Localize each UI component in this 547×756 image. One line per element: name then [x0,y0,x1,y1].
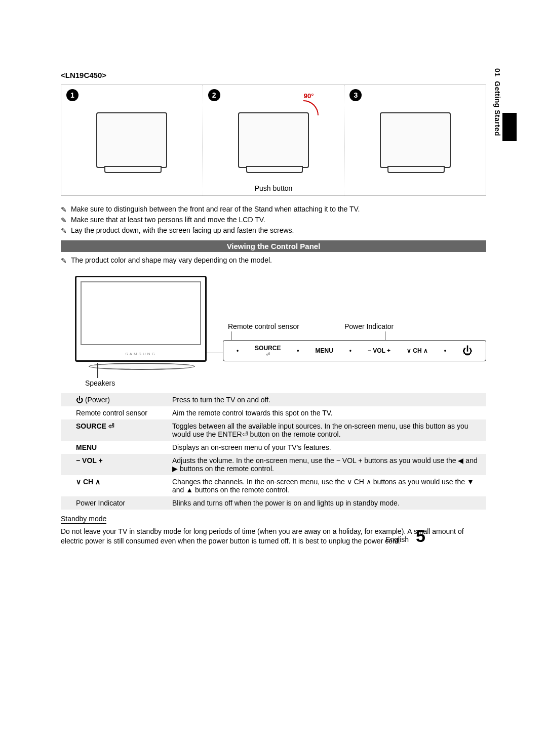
control-name: Remote control sensor [61,406,167,419]
assembly-diagram: 1 2 90° Push button 3 [61,85,486,196]
control-panel-diagram: SAMSUNG Speakers Remote control sensor P… [61,272,486,388]
table-row: MENU Displays an on-screen menu of your … [61,441,486,454]
page-number: 5 [416,526,425,546]
footer-language: English [385,535,409,543]
panel-dot-icon: • [297,347,299,354]
table-row: Remote control sensor Aim the remote con… [61,406,486,419]
control-desc: Aim the remote control towards this spot… [167,406,486,419]
table-row: ∨ CH ∧ Changes the channels. In the on-s… [61,475,486,496]
step-badge-3: 3 [349,89,362,101]
source-label: SOURCE [255,345,281,352]
tab-marker [502,113,517,141]
table-row: − VOL + Adjusts the volume. In the on-sc… [61,454,486,475]
brand-logo: SAMSUNG [76,352,205,356]
note-item: ✎ Make sure that at least two persons li… [61,216,486,224]
section-heading: Viewing the Control Panel [61,240,486,252]
assembly-step-1: 1 [61,85,203,195]
sensor-dot-icon: • [237,347,239,354]
tv-attached-sketch [380,112,451,168]
volume-button: − VOL + [368,347,390,354]
menu-button: MENU [315,347,333,354]
control-desc: Displays an on-screen menu of your TV's … [167,441,486,454]
chapter-tab: 01 Getting Started [488,68,517,321]
note-item: ✎ Lay the product down, with the screen … [61,226,486,235]
step-badge-1: 1 [66,89,79,101]
page-footer: English 5 [385,526,425,546]
tv-front-sketch: SAMSUNG [75,276,207,362]
control-descriptions-table: ⏻ (Power) Press to turn the TV on and of… [61,393,486,510]
table-row: Power Indicator Blinks and turns off whe… [61,496,486,510]
table-row: SOURCE ⏎ Toggles between all the availab… [61,419,486,441]
ninety-degree-label: 90° [304,92,314,100]
control-name: − VOL + [61,454,167,475]
step-badge-2: 2 [208,89,220,101]
assembly-step-3: 3 [344,85,486,195]
remote-sensor-callout: Remote control sensor [228,322,299,330]
panel-note: ✎ The product color and shape may vary d… [61,256,486,265]
control-name: MENU [61,441,167,454]
note-icon: ✎ [61,205,67,214]
control-name: SOURCE ⏎ [61,419,167,441]
chapter-title: Getting Started [493,81,501,136]
table-row: ⏻ (Power) Press to turn the TV on and of… [61,393,486,406]
power-icon: ⏻ [462,345,473,357]
note-text: Make sure to distinguish between the fro… [71,205,360,213]
assembly-notes: ✎ Make sure to distinguish between the f… [61,205,486,234]
leader-line [385,331,385,341]
control-name: Power Indicator [61,496,167,510]
control-desc: Changes the channels. In the on-screen m… [167,475,486,496]
channel-button: ∨ CH ∧ [407,347,428,354]
tv-rear-sketch [96,112,167,168]
leader-line [231,331,231,341]
source-button: SOURCE ⏎ [255,345,281,357]
enter-icon: ⏎ [255,352,281,357]
control-desc: Blinks and turns off when the power is o… [167,496,486,510]
speakers-callout: Speakers [85,379,115,387]
note-text: Lay the product down, with the screen fa… [71,226,294,234]
assembly-step-2: 2 90° Push button [203,85,345,195]
control-desc: Press to turn the TV on and off. [167,393,486,406]
manual-page: 01 Getting Started <LN19C450> 1 2 90° Pu… [0,0,547,576]
control-panel-strip: • SOURCE ⏎ • MENU • − VOL + ∨ CH ∧ • ⏻ [223,340,486,361]
note-icon: ✎ [61,216,67,225]
control-desc: Adjusts the volume. In the on-screen men… [167,454,486,475]
panel-dot-icon: • [349,347,351,354]
tv-rotate-sketch [238,112,309,168]
leader-line [97,363,98,378]
note-icon: ✎ [61,227,67,235]
note-icon: ✎ [61,257,67,265]
note-text: Make sure that at least two persons lift… [71,216,265,224]
leader-line [207,353,223,353]
standby-heading: Standby mode [61,515,106,524]
push-button-label: Push button [203,184,344,192]
control-name: ∨ CH ∧ [61,475,167,496]
panel-dot-icon: • [444,347,446,354]
control-desc: Toggles between all the available input … [167,419,486,441]
tv-stand-sketch [89,363,195,370]
power-indicator-callout: Power Indicator [344,322,394,330]
note-text: The product color and shape may vary dep… [71,256,272,264]
note-item: ✎ Make sure to distinguish between the f… [61,205,486,214]
chapter-number: 01 [493,68,501,77]
control-name: ⏻ (Power) [61,393,167,406]
model-heading: <LN19C450> [61,71,486,79]
